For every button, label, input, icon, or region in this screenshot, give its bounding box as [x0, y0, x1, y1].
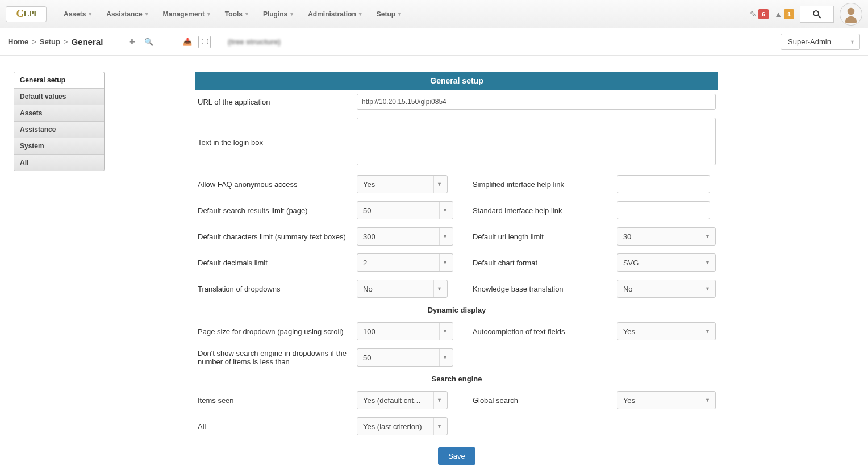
tool-icon-2[interactable]: 🖵 [198, 36, 211, 48]
urllimit-select[interactable]: 30▼ [617, 227, 716, 246]
simple-help-input[interactable] [617, 175, 710, 193]
menu-setup[interactable]: Setup▼ [371, 7, 408, 22]
menu-administration[interactable]: Administration▼ [302, 7, 369, 22]
search-icon [812, 9, 822, 19]
notification-badge-2[interactable]: ▲ 1 [774, 9, 794, 19]
notification-badge-1[interactable]: ✎ 6 [750, 9, 769, 19]
login-text-textarea[interactable] [357, 118, 716, 165]
svg-point-0 [813, 11, 819, 16]
user-avatar[interactable] [840, 3, 862, 26]
std-help-label: Standard interface help link [456, 197, 615, 223]
breadcrumb-setup[interactable]: Setup [40, 38, 60, 46]
all-select[interactable]: Yes (last criterion)▼ [357, 417, 448, 435]
tab-assistance[interactable]: Assistance [14, 122, 104, 138]
tab-assets[interactable]: Assets [14, 105, 104, 122]
decimals-label: Default decimals limit [195, 250, 354, 276]
tab-general-setup[interactable]: General setup [14, 72, 104, 89]
global-search-select[interactable]: Yes▼ [617, 391, 716, 409]
simple-help-label: Simplified interface help link [456, 171, 615, 197]
svg-point-2 [848, 7, 855, 15]
trans-dd-label: Translation of dropdowns [195, 276, 354, 302]
tab-system[interactable]: System [14, 138, 104, 155]
search-button[interactable] [800, 6, 834, 23]
urllimit-label: Default url length limit [456, 223, 615, 250]
all-label: All [195, 413, 354, 439]
breadcrumb: Home> Setup> General [8, 37, 103, 47]
searchlimit-select[interactable]: 50▼ [357, 201, 453, 219]
autocomp-select[interactable]: Yes▼ [617, 322, 716, 340]
std-help-input[interactable] [617, 201, 710, 219]
kb-trans-label: Knowledge base translation [456, 276, 615, 302]
menu-assets[interactable]: Assets▼ [58, 7, 98, 22]
breadcrumb-home[interactable]: Home [8, 38, 28, 46]
url-label: URL of the application [195, 90, 354, 114]
save-button[interactable]: Save [438, 447, 475, 465]
kb-trans-select[interactable]: No▼ [617, 280, 716, 298]
tab-default-values[interactable]: Default values [14, 89, 104, 105]
hidesearch-select[interactable]: 50▼ [357, 348, 453, 367]
profile-select[interactable]: Super-Admin▼ [781, 34, 860, 50]
hidesearch-label: Don't show search engine in dropdowns if… [195, 344, 354, 371]
search-small-icon[interactable]: 🔍 [143, 36, 155, 48]
decimals-select[interactable]: 2▼ [357, 253, 453, 272]
form-header: General setup [195, 72, 718, 90]
svg-point-3 [845, 16, 857, 22]
pagesize-label: Page size for dropdown (paging using scr… [195, 318, 354, 344]
menu-management[interactable]: Management▼ [157, 7, 217, 22]
items-seen-select[interactable]: Yes (default crit…▼ [357, 391, 448, 409]
trans-dd-select[interactable]: No▼ [357, 280, 448, 298]
svg-line-1 [818, 15, 821, 18]
logo[interactable]: GLPI [6, 6, 47, 22]
pagesize-select[interactable]: 100▼ [357, 322, 453, 340]
bookmark-icon: ✎ [750, 10, 757, 19]
menu-assistance[interactable]: Assistance▼ [101, 7, 155, 22]
tab-all[interactable]: All [14, 155, 104, 171]
section-search: Search engine [195, 371, 718, 387]
section-dynamic: Dynamic display [195, 302, 718, 318]
charlimit-select[interactable]: 300▼ [357, 227, 453, 246]
login-text-label: Text in the login box [195, 114, 354, 171]
menu-plugins[interactable]: Plugins▼ [257, 7, 300, 22]
main-menu: Assets▼ Assistance▼ Management▼ Tools▼ P… [58, 7, 408, 22]
warning-icon: ▲ [774, 10, 782, 19]
entity-label[interactable]: (tree structure) [228, 38, 280, 46]
side-tabs: General setup Default values Assets Assi… [14, 72, 105, 171]
faq-select[interactable]: Yes▼ [357, 175, 448, 193]
add-icon[interactable]: ✚ [126, 36, 138, 48]
global-search-label: Global search [456, 387, 615, 413]
menu-tools[interactable]: Tools▼ [219, 7, 255, 22]
tool-icon-1[interactable]: 📥 [181, 36, 194, 48]
url-input[interactable] [357, 94, 716, 110]
items-seen-label: Items seen [195, 387, 354, 413]
searchlimit-label: Default search results limit (page) [195, 197, 354, 223]
autocomp-label: Autocompletion of text fields [456, 318, 615, 344]
faq-label: Allow FAQ anonymous access [195, 171, 354, 197]
breadcrumb-current: General [71, 37, 103, 47]
person-icon [842, 6, 859, 23]
chartfmt-label: Default chart format [456, 250, 615, 276]
chartfmt-select[interactable]: SVG▼ [617, 253, 716, 272]
charlimit-label: Default characters limit (summary text b… [195, 223, 354, 250]
